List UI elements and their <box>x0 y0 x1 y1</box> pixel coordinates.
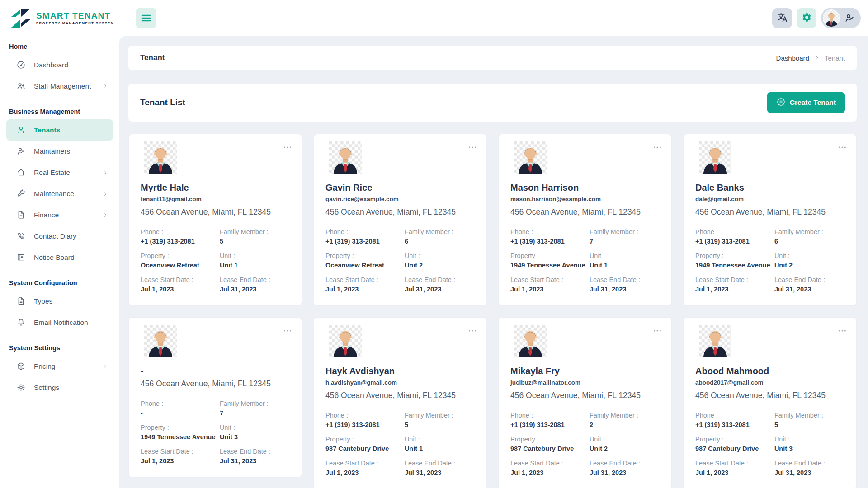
card-menu-button[interactable] <box>467 142 478 152</box>
page-content: Tenant Dashboard Tenant Tenant List Crea… <box>119 36 868 488</box>
user-check-icon <box>844 13 855 23</box>
brand-tagline: PROPERTY MANAGEMENT SYSTEM <box>36 21 114 25</box>
card-menu-button[interactable] <box>282 326 293 336</box>
hamburger-menu-button[interactable] <box>136 8 156 28</box>
tenant-address: 456 Ocean Avenue, Miami, FL 12345 <box>326 207 475 217</box>
create-tenant-button[interactable]: Create Tenant <box>767 92 845 113</box>
file-lines-icon <box>16 296 26 306</box>
card-menu-button[interactable] <box>836 142 848 152</box>
lease-start-value: Jul 1, 2023 <box>695 469 774 477</box>
brand-logo-icon <box>10 7 32 29</box>
sidebar-item-finance[interactable]: Finance <box>6 204 113 225</box>
sidebar-item-settings[interactable]: Settings <box>6 377 113 398</box>
sidebar-item-pricing[interactable]: Pricing <box>6 356 113 377</box>
unit-label: Unit : <box>220 252 290 260</box>
field-property: Property : 987 Cantebury Drive <box>510 435 590 453</box>
nav-section-title: Business Management <box>0 108 119 115</box>
chevron-right-icon <box>814 55 820 61</box>
card-menu-button[interactable] <box>651 326 663 336</box>
file-lines-icon <box>16 210 26 220</box>
field-phone: Phone : +1 (319) 313-2081 <box>510 411 590 429</box>
translate-button[interactable] <box>772 8 792 28</box>
sidebar-item-contact-diary[interactable]: Contact Diary <box>6 225 113 247</box>
profile-menu-button[interactable] <box>821 8 861 28</box>
tenant-name: Myrtle Hale <box>141 182 290 193</box>
unit-value: Unit 1 <box>220 261 290 270</box>
breadcrumb-current: Tenant <box>825 54 845 62</box>
chevron-right-icon <box>102 169 108 176</box>
card-menu-button[interactable] <box>836 326 848 336</box>
field-family-member: Family Member : 6 <box>405 228 475 246</box>
field-unit: Unit : Unit 1 <box>405 435 475 453</box>
sidebar-item-maintainers[interactable]: Maintainers <box>6 141 113 162</box>
tenant-avatar <box>144 141 177 174</box>
sidebar-item-tenants[interactable]: Tenants <box>6 119 113 141</box>
package-icon <box>16 361 26 371</box>
unit-label: Unit : <box>774 435 844 444</box>
tenant-fields: Phone : +1 (319) 313-2081 Family Member … <box>510 228 660 294</box>
property-label: Property : <box>141 252 220 260</box>
topbar <box>119 0 868 36</box>
family-member-value: 5 <box>220 237 290 246</box>
field-property: Property : 987 Cantebury Drive <box>695 435 774 453</box>
lease-start-value: Jul 1, 2023 <box>510 285 590 294</box>
sidebar-item-maintenance[interactable]: Maintenance <box>6 183 113 204</box>
lease-end-value: Jul 31, 2023 <box>220 285 290 294</box>
unit-label: Unit : <box>220 423 290 432</box>
family-member-label: Family Member : <box>220 399 290 408</box>
field-property: Property : Oceanview Retreat <box>326 252 405 270</box>
sidebar-item-types[interactable]: Types <box>6 291 113 312</box>
lease-end-value: Jul 31, 2023 <box>405 469 475 477</box>
tenant-name: Mason Harrison <box>510 182 660 193</box>
settings-button[interactable] <box>797 8 816 28</box>
ellipsis-icon <box>467 326 477 336</box>
card-menu-button[interactable] <box>467 326 478 336</box>
sidebar-item-email-notification[interactable]: Email Notification <box>6 312 113 333</box>
nav-section-items: Types Email Notification <box>0 291 119 333</box>
field-family-member: Family Member : 2 <box>590 411 660 429</box>
field-property: Property : 1949 Tennessee Avenue <box>510 252 590 270</box>
family-member-label: Family Member : <box>590 411 660 420</box>
unit-label: Unit : <box>405 252 475 260</box>
sidebar-item-notice-board[interactable]: Notice Board <box>6 247 113 268</box>
field-phone: Phone : +1 (319) 313-2081 <box>510 228 590 246</box>
property-label: Property : <box>326 435 405 444</box>
lease-end-value: Jul 31, 2023 <box>774 469 844 477</box>
family-member-label: Family Member : <box>220 228 290 236</box>
tenant-card: Myrtle Hale tenant11@gmail.com 456 Ocean… <box>128 134 302 306</box>
phone-value: +1 (319) 313-2081 <box>326 421 405 429</box>
sidebar-item-dashboard[interactable]: Dashboard <box>6 54 113 75</box>
home-icon <box>16 168 26 177</box>
tenant-name: Mikayla Fry <box>510 366 660 376</box>
tenant-name: Abood Mahmood <box>695 366 844 376</box>
field-unit: Unit : Unit 3 <box>220 423 290 441</box>
breadcrumb-dashboard[interactable]: Dashboard <box>776 54 809 62</box>
sidebar-item-staff-management[interactable]: Staff Management <box>6 75 113 97</box>
card-menu-button[interactable] <box>282 142 293 152</box>
tenant-fields: Phone : +1 (319) 313-2081 Family Member … <box>326 411 475 477</box>
field-phone: Phone : +1 (319) 313-2081 <box>695 411 774 429</box>
card-menu-button[interactable] <box>651 142 663 152</box>
field-family-member: Family Member : 5 <box>405 411 475 429</box>
field-lease-end: Lease End Date : Jul 31, 2023 <box>590 276 660 294</box>
family-member-value: 5 <box>774 421 844 429</box>
chevron-right-icon <box>102 83 108 89</box>
field-phone: Phone : +1 (319) 313-2081 <box>695 228 774 246</box>
tenant-email: gavin.rice@example.com <box>326 195 475 203</box>
page-title: Tenant <box>140 53 165 62</box>
tenant-avatar <box>699 141 731 174</box>
phone-value: +1 (319) 313-2081 <box>695 237 774 246</box>
lease-start-label: Lease Start Date : <box>326 276 405 284</box>
sidebar-item-real-estate[interactable]: Real Estate <box>6 162 113 183</box>
chevron-right-icon <box>102 191 108 197</box>
property-label: Property : <box>695 252 774 260</box>
gear-icon <box>16 383 26 392</box>
lease-end-label: Lease End Date : <box>220 447 290 456</box>
unit-label: Unit : <box>590 252 660 260</box>
tenant-card: Hayk Avdishyan h.avdishyan@gmail.com 456… <box>313 317 487 488</box>
tenant-fields: Phone : +1 (319) 313-2081 Family Member … <box>510 411 660 477</box>
field-lease-end: Lease End Date : Jul 31, 2023 <box>774 276 844 294</box>
lease-start-label: Lease Start Date : <box>326 459 405 468</box>
tenant-address: 456 Ocean Avenue, Miami, FL 12345 <box>695 207 844 217</box>
nav-section: System Configuration Types Email Notific… <box>0 279 119 333</box>
